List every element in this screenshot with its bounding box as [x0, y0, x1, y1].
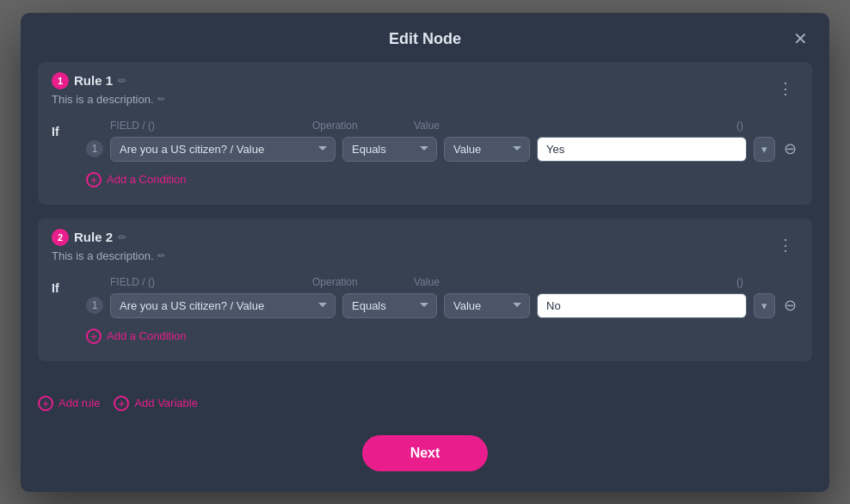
rule-2-description: This is a description. ✏ [52, 249, 165, 262]
rule-1-add-condition-button[interactable]: + Add a Condition [86, 169, 187, 191]
rule-2-condition-row-1: 1 Are you a US citizen? / Value Equals V… [86, 293, 798, 318]
modal-footer: Next [21, 425, 829, 492]
rule-2-header-left: 2 Rule 2 ✏ This is a description. ✏ [52, 229, 165, 262]
rule-card-1: 1 Rule 1 ✏ This is a description. ✏ ⋮ If [38, 62, 812, 205]
rule-2-condition-section: If FIELD / () Operation Value () 1 [52, 273, 798, 347]
modal-title: Edit Node [389, 30, 461, 48]
rule-2-title: Rule 2 [74, 230, 113, 244]
col-val-header-1: Value [414, 120, 500, 132]
rule-2-number-badge: 2 [52, 229, 69, 246]
rule-2-header: 2 Rule 2 ✏ This is a description. ✏ ⋮ [38, 218, 812, 269]
rule-2-if-label: If [52, 273, 76, 295]
rule-2-headers: FIELD / () Operation Value () [86, 273, 798, 293]
rule-1-condition-row-1: 1 Are you a US citizen? / Value Equals V… [86, 137, 798, 162]
add-rule-plus-icon: + [38, 396, 53, 411]
condition-1-value-type-select[interactable]: Value [444, 137, 530, 162]
condition-2-value-input[interactable] [537, 293, 747, 318]
col-val-header-2: Value [414, 276, 500, 288]
condition-2-remove-button[interactable]: ⊖ [782, 294, 798, 317]
add-rule-button[interactable]: + Add rule [38, 396, 100, 411]
rule-card-2: 2 Rule 2 ✏ This is a description. ✏ ⋮ If [38, 218, 812, 361]
add-condition-plus-icon-2: + [86, 329, 102, 344]
condition-1-number: 1 [86, 140, 103, 157]
rule-1-header-left: 1 Rule 1 ✏ This is a description. ✏ [52, 72, 165, 106]
condition-1-value-input[interactable] [537, 137, 747, 162]
rule-1-title-row: 1 Rule 1 ✏ [52, 72, 126, 89]
col-field-header-2: FIELD / () [110, 276, 305, 288]
rule-2-title-row: 2 Rule 2 ✏ [52, 229, 126, 246]
rule-1-desc-edit-icon[interactable]: ✏ [157, 94, 165, 105]
rule-1-description: This is a description. ✏ [52, 93, 165, 106]
rule-1-condition-content: FIELD / () Operation Value () 1 Are you … [86, 116, 798, 191]
rule-1-headers: FIELD / () Operation Value () [86, 116, 798, 137]
condition-2-number: 1 [86, 297, 103, 314]
footer-actions: + Add rule + Add Variable [21, 389, 829, 425]
rule-2-desc-edit-icon[interactable]: ✏ [157, 250, 165, 261]
modal-body: 1 Rule 1 ✏ This is a description. ✏ ⋮ If [21, 62, 829, 389]
modal-header: Edit Node ✕ [21, 13, 829, 62]
condition-2-field-select[interactable]: Are you a US citizen? / Value [110, 293, 336, 318]
rule-1-body: If FIELD / () Operation Value () 1 [38, 113, 812, 205]
rule-1-menu-button[interactable]: ⋮ [773, 76, 798, 101]
col-op-header-2: Operation [312, 276, 407, 288]
rule-2-menu-button[interactable]: ⋮ [773, 232, 798, 258]
rule-1-if-label: If [52, 116, 76, 138]
col-paren-header-1: () [709, 120, 743, 132]
edit-node-modal: Edit Node ✕ 1 Rule 1 ✏ This is a descrip… [21, 13, 829, 492]
condition-1-operation-select[interactable]: Equals [342, 137, 437, 162]
col-paren-header-2: () [709, 276, 743, 288]
close-button[interactable]: ✕ [788, 27, 812, 51]
add-condition-plus-icon-1: + [86, 172, 102, 187]
rule-1-title: Rule 1 [74, 73, 113, 88]
rule-1-number-badge: 1 [52, 72, 69, 89]
condition-1-dropdown-button[interactable]: ▾ [754, 137, 775, 162]
condition-1-field-select[interactable]: Are you a US citizen? / Value [110, 137, 336, 162]
rule-1-title-edit-icon[interactable]: ✏ [118, 75, 126, 87]
rule-2-title-edit-icon[interactable]: ✏ [118, 231, 126, 243]
condition-2-dropdown-button[interactable]: ▾ [754, 293, 775, 318]
rule-2-condition-content: FIELD / () Operation Value () 1 Are you … [86, 273, 798, 347]
condition-2-operation-select[interactable]: Equals [342, 293, 437, 318]
rule-1-condition-section: If FIELD / () Operation Value () 1 [52, 116, 798, 191]
condition-2-value-type-select[interactable]: Value [444, 293, 530, 318]
col-field-header-1: FIELD / () [110, 120, 305, 132]
rule-2-body: If FIELD / () Operation Value () 1 [38, 269, 812, 361]
rule-2-add-condition-button[interactable]: + Add a Condition [86, 325, 187, 347]
add-variable-plus-icon: + [114, 396, 129, 411]
add-variable-button[interactable]: + Add Variable [114, 396, 197, 411]
condition-1-remove-button[interactable]: ⊖ [782, 138, 798, 160]
col-op-header-1: Operation [312, 120, 407, 132]
next-button[interactable]: Next [362, 435, 489, 471]
rule-1-header: 1 Rule 1 ✏ This is a description. ✏ ⋮ [38, 62, 812, 113]
